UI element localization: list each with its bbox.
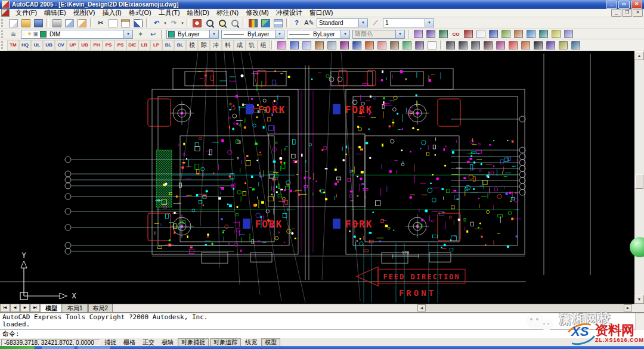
tab-first-icon[interactable]: |◀ <box>0 304 10 312</box>
properties-icon[interactable] <box>247 17 259 29</box>
chevron-down-icon[interactable]: ▼ <box>425 19 434 27</box>
status-toggle-7[interactable]: 线宽 <box>242 339 260 346</box>
die-tool-ps-button[interactable]: PS <box>103 40 114 51</box>
command-scrollbar[interactable] <box>635 313 644 330</box>
toolbar-grip[interactable] <box>1 30 5 38</box>
die-tool-lp-button[interactable]: LP <box>150 40 162 51</box>
die-tool-up-button[interactable]: UP <box>67 40 79 51</box>
menu-7[interactable]: 绘图(D) <box>184 9 213 17</box>
die-tool-ps-button[interactable]: PS <box>114 40 126 51</box>
die-tool-ul-button[interactable]: UL <box>31 40 43 51</box>
redo-dropdown-icon[interactable]: ▼ <box>180 21 185 25</box>
taskbar-item[interactable] <box>78 346 110 349</box>
punch-tool-3-icon[interactable] <box>301 39 313 51</box>
menu-8[interactable]: 标注(N) <box>213 9 242 17</box>
save-icon[interactable] <box>32 17 45 29</box>
zoom-window-icon[interactable] <box>216 17 228 29</box>
menu-10[interactable]: 冲模设计 <box>273 9 306 17</box>
punch-tool-6-icon[interactable] <box>338 39 351 51</box>
text-style-icon[interactable]: A✎ <box>303 17 315 29</box>
open-icon[interactable] <box>20 17 32 29</box>
strip-tool-1-icon[interactable] <box>444 39 457 51</box>
menu-2[interactable]: 编辑(E) <box>41 9 70 17</box>
misc-tool-2-icon[interactable] <box>425 29 437 40</box>
child-minimize-button[interactable]: _ <box>611 9 621 17</box>
help-icon[interactable]: ? <box>290 17 303 29</box>
redo-icon[interactable]: ↷ <box>168 17 180 29</box>
vertical-scroll-thumb[interactable] <box>635 174 643 189</box>
tab-模型[interactable]: 模型 <box>41 304 62 312</box>
status-toggle-4[interactable]: 极轴 <box>159 339 177 346</box>
misc-tool-10-icon[interactable] <box>525 29 537 40</box>
tab-布局2[interactable]: 布局2 <box>88 304 113 312</box>
lineweight-combo[interactable]: ByLayer ▼ <box>287 30 350 39</box>
color-combo[interactable]: ByLayer ▼ <box>166 30 219 39</box>
die-tool-tm-button[interactable]: TM <box>7 40 19 51</box>
die-tool-cjk-6-button[interactable]: 轨 <box>246 40 258 51</box>
dim-style-icon[interactable]: ⟋ <box>369 17 382 29</box>
punch-tool-7-icon[interactable] <box>351 39 363 51</box>
tab-布局1[interactable]: 布局1 <box>63 304 88 312</box>
die-tool-cjk-1-button[interactable]: 模 <box>186 40 198 51</box>
misc-tool-3-icon[interactable] <box>437 29 450 40</box>
child-close-button[interactable]: ✕ <box>633 9 643 17</box>
vertical-scrollbar[interactable]: ▲ ▼ <box>634 51 644 304</box>
command-window[interactable]: AutoCAD Express Tools Copyright ?2000 Au… <box>0 312 644 338</box>
status-toggle-2[interactable]: 栅格 <box>120 339 138 346</box>
die-tool-bl-button[interactable]: BL <box>162 40 174 51</box>
misc-tool-4-icon[interactable]: CO <box>450 29 462 40</box>
status-toggle-6[interactable]: 对象追踪 <box>210 338 241 347</box>
menu-4[interactable]: 插入(I) <box>98 9 125 17</box>
strip-tool-7-icon[interactable] <box>519 39 532 51</box>
punch-tool-4-icon[interactable] <box>313 39 326 51</box>
menu-6[interactable]: 工具(T) <box>155 9 184 17</box>
linetype-combo[interactable]: ByLayer ▼ <box>221 30 284 39</box>
die-tool-hq-button[interactable]: HQ <box>19 40 31 51</box>
tab-next-icon[interactable]: ▶ <box>20 304 30 312</box>
toolbar-grip[interactable] <box>1 41 5 49</box>
misc-tool-11-icon[interactable] <box>537 29 550 40</box>
punch-tool-1-icon[interactable] <box>275 39 288 51</box>
command-prompt[interactable]: 命令: <box>0 329 644 338</box>
strip-tool-8-icon[interactable] <box>532 39 544 51</box>
zoom-previous-icon[interactable] <box>228 17 241 29</box>
misc-tool-6-icon[interactable] <box>475 29 487 40</box>
punch-tool-9-icon[interactable] <box>376 39 388 51</box>
pan-icon[interactable] <box>191 17 203 29</box>
zoom-realtime-icon[interactable] <box>203 17 216 29</box>
strip-tool-4-icon[interactable] <box>482 39 494 51</box>
scroll-down-icon[interactable]: ▼ <box>634 295 644 304</box>
die-tool-ub-button[interactable]: UB <box>43 40 55 51</box>
chevron-down-icon[interactable]: ▼ <box>123 30 132 38</box>
misc-tool-8-icon[interactable] <box>500 29 512 40</box>
status-toggle-5[interactable]: 对象捕捉 <box>178 338 209 347</box>
undo-icon[interactable]: ↶ <box>150 17 163 29</box>
strip-tool-5-icon[interactable] <box>494 39 507 51</box>
start-button[interactable] <box>0 346 35 349</box>
scale-combo[interactable]: 1▼ <box>383 18 434 27</box>
tool-palettes-icon[interactable] <box>272 17 284 29</box>
scroll-left-icon[interactable]: ◀ <box>417 304 426 311</box>
status-toggle-8[interactable]: 模型 <box>261 338 280 347</box>
chevron-down-icon[interactable]: ▼ <box>275 30 284 38</box>
drawing-file-icon[interactable] <box>1 9 10 17</box>
punch-tool-10-icon[interactable] <box>388 39 401 51</box>
strip-tool-9-icon[interactable] <box>544 39 557 51</box>
text-style-combo[interactable]: Standard▼ <box>317 18 368 27</box>
menu-3[interactable]: 视图(V) <box>70 9 99 17</box>
scroll-right-icon[interactable]: ▶ <box>624 304 632 311</box>
misc-tool-5-icon[interactable] <box>462 29 475 40</box>
strip-tool-6-icon[interactable] <box>507 39 519 51</box>
child-restore-button[interactable]: ❐ <box>622 9 632 17</box>
tab-prev-icon[interactable]: ◀ <box>10 304 20 312</box>
chevron-down-icon[interactable]: ▼ <box>340 30 349 38</box>
punch-tool-2-icon[interactable] <box>288 39 301 51</box>
layer-previous-icon[interactable]: ↩ <box>147 29 159 40</box>
designcenter-icon[interactable] <box>259 17 272 29</box>
misc-tool-7-icon[interactable] <box>487 29 500 40</box>
horizontal-scrollbar[interactable]: ◀ ▶ <box>417 304 632 311</box>
menu-1[interactable]: 文件(F) <box>12 9 41 17</box>
menu-5[interactable]: 格式(O) <box>125 9 155 17</box>
chevron-down-icon[interactable]: ▼ <box>358 19 367 27</box>
undo-dropdown-icon[interactable]: ▼ <box>163 21 168 25</box>
